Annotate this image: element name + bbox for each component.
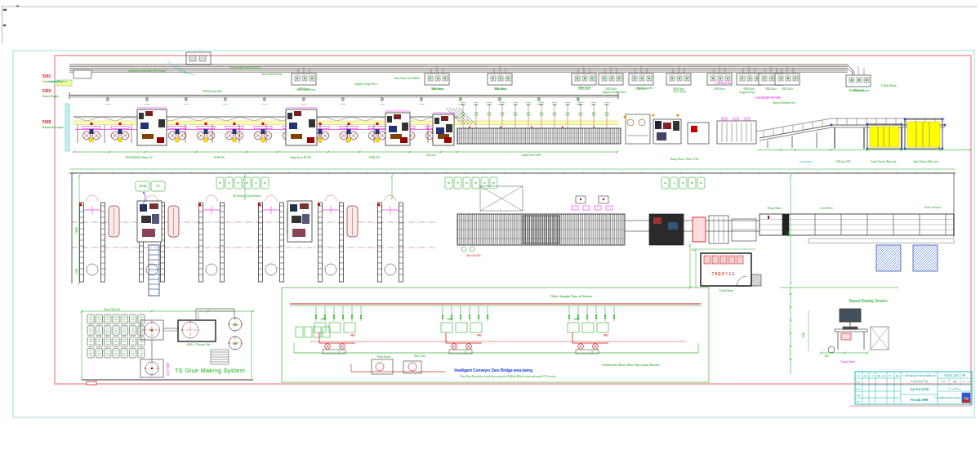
svg-text:DN32: DN32 — [513, 101, 519, 103]
cabinet-code: 78E8Y12 — [712, 271, 736, 276]
svg-text:DN32: DN32 — [461, 101, 466, 103]
svg-text:DN32: DN32 — [604, 101, 610, 103]
svg-text:Single Facer SF-320: Single Facer SF-320 — [290, 156, 311, 159]
svg-text:4 Sets Valve Group: 4 Sets Valve Group — [296, 88, 315, 91]
svg-text:Cut-off Knife: Cut-off Knife — [820, 207, 833, 210]
svg-text:签名: 签名 — [889, 375, 892, 377]
svg-text:万联: 万联 — [964, 397, 969, 400]
svg-text:DN25: DN25 — [262, 103, 268, 105]
elevation-view: DN32DN32DN32DN32DN32DN32DN32DN32DN32DN32… — [65, 101, 972, 154]
schematic-note: Flow Rate Parameter in tank this positio… — [461, 375, 556, 378]
svg-text:Starch Silo 4×6: Starch Silo 4×6 — [104, 308, 119, 311]
svg-text:No Smoke in Control Panel: No Smoke in Control Panel — [233, 194, 261, 198]
svg-text:控: 控 — [673, 181, 675, 185]
svg-text:瓦楞纸板生产线: 瓦楞纸板生产线 — [910, 380, 929, 383]
svg-text:DN32: DN32 — [565, 101, 571, 103]
svg-text:PRV: PRV — [350, 334, 355, 337]
svg-text:架: 架 — [228, 181, 230, 185]
svg-text:批准: 批准 — [857, 401, 861, 404]
svg-text:CONDENSATE RETURN: CONDENSATE RETURN — [755, 96, 781, 100]
svg-text:原: 原 — [466, 181, 468, 185]
svg-text:1:100: 1:100 — [967, 381, 972, 382]
speed-screen-title: Speed Display Screen — [849, 299, 888, 303]
svg-text:DN25: DN25 — [105, 103, 111, 105]
margin-label-2: Steam Supply — [42, 95, 59, 98]
margin-code-3: 5168 — [42, 120, 51, 124]
overhead-pipe-rack: DN50 ValveDN50 ValveDN50 ValveDN50 Valve… — [69, 52, 871, 92]
svg-text:2500: 2500 — [802, 332, 805, 337]
svg-text:DN32: DN32 — [578, 101, 584, 103]
svg-text:Rotary Shear: Rotary Shear — [768, 207, 782, 210]
svg-text:DN32: DN32 — [591, 101, 597, 103]
svg-text:800: 800 — [825, 355, 829, 358]
svg-text:处数: 处数 — [864, 374, 868, 377]
svg-text:ATM: ATM — [233, 323, 238, 327]
schematic-title: Intelligent Conveyor Zero Bridge area be… — [454, 368, 532, 372]
svg-text:DN32: DN32 — [487, 101, 492, 103]
svg-text:Glue Unit: Glue Unit — [426, 154, 436, 157]
svg-text:纸: 纸 — [448, 181, 450, 185]
svg-text:DN32: DN32 — [500, 101, 506, 103]
svg-text:Control Room: Control Room — [719, 289, 733, 292]
svg-text:DN32: DN32 — [526, 101, 532, 103]
svg-text:Supply to Dryer: Supply to Dryer — [739, 91, 755, 94]
svg-text:分区: 分区 — [871, 375, 875, 377]
svg-text:DN40: DN40 — [573, 318, 580, 321]
svg-text:Stack Conveyor: Stack Conveyor — [924, 206, 941, 209]
title-block: 标记处数分区更改文件号签名日期设计校对审核批准广东万联精工智能装备有限公司瓦楞纸… — [855, 372, 972, 404]
svg-text:Glue Unit 600: Glue Unit 600 — [466, 254, 481, 257]
svg-text:GLUE PUMP: GLUE PUMP — [167, 363, 170, 377]
svg-text:1.2M Boiler Pipe: 1.2M Boiler Pipe — [715, 82, 733, 85]
svg-text:日期: 日期 — [896, 375, 899, 377]
svg-text:DN25: DN25 — [301, 103, 307, 105]
svg-text:Rotary Shear / Slitter 12.5M: Rotary Shear / Slitter 12.5M — [670, 158, 699, 161]
svg-text:纸: 纸 — [219, 181, 221, 185]
svg-text:广东万联精工智能装备有限公司: 广东万联精工智能装备有限公司 — [902, 374, 936, 377]
svg-text:Overhead Pipe Rack 6×DN100: Overhead Pipe Rack 6×DN100 — [229, 66, 261, 69]
svg-text:8000: 8000 — [786, 230, 790, 236]
svg-text:DN25: DN25 — [419, 103, 425, 105]
svg-text:原: 原 — [237, 181, 239, 185]
svg-text:WJ250-2200-2-SF: WJ250-2200-2-SF — [944, 374, 965, 377]
svg-text:DN40: DN40 — [447, 318, 453, 321]
svg-text:16.0M (2F): 16.0M (2F) — [368, 156, 380, 159]
production-line-drawing: DN50 ValveDN50 ValveDN50 ValveDN50 Valve… — [0, 0, 980, 455]
condensate-label: Condensate Water Main Pipe Lower Bracket — [602, 364, 660, 367]
svg-text:c-axis panel: c-axis panel — [800, 160, 812, 163]
svg-text:DN40: DN40 — [320, 318, 327, 321]
svg-text:PRV: PRV — [477, 334, 482, 337]
svg-text:TS-GA-VER: TS-GA-VER — [911, 398, 929, 402]
margin-label-1: Condensate Pipe — [42, 80, 63, 83]
svg-text:标记: 标记 — [856, 375, 861, 377]
svg-text:DN50 Valve: DN50 Valve — [765, 87, 777, 91]
steam-main-title: Main Supply Pipe of Steam — [551, 294, 593, 298]
svg-text:16.0M (2F): 16.0M (2F) — [213, 156, 225, 159]
svg-text:Steam Trap Set: Steam Trap Set — [637, 87, 653, 90]
svg-text:6000L ×2 Storage Tank: 6000L ×2 Storage Tank — [187, 343, 211, 346]
svg-text:加: 加 — [483, 181, 486, 185]
svg-text:DN25: DN25 — [184, 103, 189, 105]
svg-text:DN50 Valve: DN50 Valve — [782, 87, 793, 91]
svg-text:Glue Kitchen Branch: Glue Kitchen Branch — [849, 89, 870, 92]
svg-text:Auto Stacker (Max) mm: Auto Stacker (Max) mm — [914, 160, 938, 163]
steam-supply-line: DN25DN25DN25DN25DN25DN25DN25DN25DN25DN25… — [57, 80, 618, 105]
svg-text:电: 电 — [664, 181, 666, 185]
svg-text:校对: 校对 — [856, 388, 861, 390]
svg-text:Steam Valve Station: Steam Valve Station — [261, 73, 283, 76]
svg-text:Valve Group: Valve Group — [673, 90, 686, 93]
cad-drawing-viewport: DN50 ValveDN50 ValveDN50 ValveDN50 Valve… — [0, 0, 980, 455]
svg-text:DN32: DN32 — [539, 101, 545, 103]
svg-text:共 1 张 第 1 张: 共 1 张 第 1 张 — [948, 388, 961, 390]
svg-text:DN25: DN25 — [223, 103, 229, 105]
svg-text:比例: 比例 — [962, 381, 966, 383]
svg-text:To Boiler Room: To Boiler Room — [880, 84, 897, 87]
svg-text:DN25: DN25 — [341, 103, 346, 105]
svg-text:PRV: PRV — [604, 334, 608, 337]
svg-text:纸: 纸 — [474, 181, 477, 185]
svg-text:配: 配 — [691, 181, 693, 185]
svg-text:Double Facer 20M: Double Facer 20M — [521, 154, 541, 157]
svg-text:ATM: ATM — [233, 342, 238, 346]
svg-text:Boiler Room Inlet DN200: Boiler Room Inlet DN200 — [394, 77, 420, 80]
svg-text:DN32: DN32 — [552, 101, 558, 103]
svg-text:加: 加 — [255, 181, 257, 185]
